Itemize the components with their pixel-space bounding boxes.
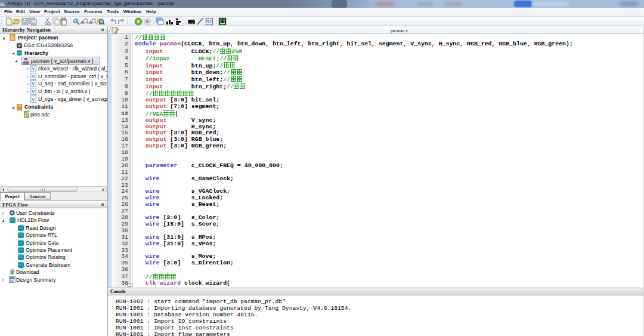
svg-text:V: V xyxy=(32,66,35,71)
svg-text:V: V xyxy=(32,97,35,102)
svg-text:V: V xyxy=(32,73,35,79)
svg-text:V: V xyxy=(32,81,35,87)
svg-text:V: V xyxy=(32,89,35,94)
